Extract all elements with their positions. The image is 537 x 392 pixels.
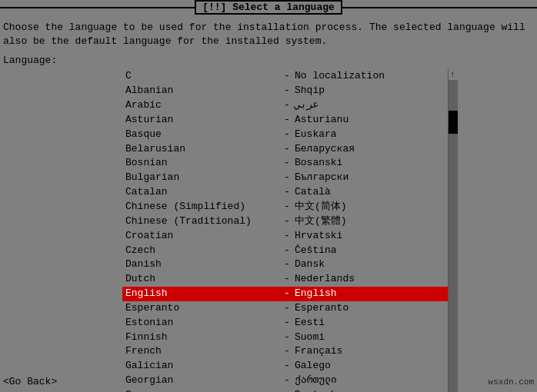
lang-name: Albanian: [125, 84, 279, 98]
list-item[interactable]: C-No localization: [122, 69, 448, 84]
dialog-title: [!!] Select a language: [195, 0, 342, 15]
lang-native: Deutsch: [295, 388, 337, 392]
lang-native: No localization: [295, 69, 385, 84]
lang-dash: -: [279, 344, 295, 359]
lang-name: Finnish: [125, 331, 279, 345]
lang-dash: -: [279, 244, 295, 258]
lang-dash: -: [279, 142, 295, 157]
lang-native: عربي: [295, 98, 319, 113]
lang-native: Català: [295, 185, 331, 200]
lang-name: Galician: [125, 359, 279, 374]
lang-name: Belarusian: [125, 142, 279, 157]
main-container: Choose the language to be used for the i…: [0, 18, 537, 392]
lang-name: French: [125, 344, 279, 359]
lang-name: German: [125, 388, 279, 392]
lang-name: Dutch: [125, 272, 279, 287]
language-label: Language:: [3, 55, 531, 66]
title-line-right: [342, 7, 537, 8]
list-item[interactable]: Dutch-Nederlands: [122, 272, 448, 287]
lang-dash: -: [279, 69, 295, 84]
list-item[interactable]: Czech-Čeština: [122, 244, 448, 258]
lang-name: Chinese (Simplified): [125, 200, 279, 214]
lang-name: Estonian: [125, 316, 279, 331]
lang-dash: -: [279, 185, 295, 200]
lang-native: Asturianu: [295, 113, 349, 128]
list-item[interactable]: Chinese (Simplified)-中文(简体): [122, 200, 448, 214]
lang-native: Euskara: [295, 128, 337, 142]
lang-native: 中文(简体): [295, 200, 347, 214]
lang-name: C: [125, 69, 279, 84]
lang-dash: -: [279, 229, 295, 244]
lang-native: Galego: [295, 359, 331, 374]
list-area: C-No localizationAlbanian-ShqipArabic-عر…: [122, 69, 457, 392]
list-item[interactable]: Arabic-عربي: [122, 98, 448, 113]
title-bar: [!!] Select a language: [0, 0, 537, 15]
list-item[interactable]: Galician-Galego: [122, 359, 448, 374]
lang-name: Danish: [125, 257, 279, 272]
go-back-button[interactable]: <Go Back>: [3, 376, 57, 387]
lang-native: English: [295, 287, 337, 301]
list-item[interactable]: German-Deutsch: [122, 388, 448, 392]
bottom-bar: <Go Back> wsxdn.com: [3, 376, 534, 387]
description: Choose the language to be used for the i…: [3, 21, 531, 48]
list-item[interactable]: Asturian-Asturianu: [122, 113, 448, 128]
lang-dash: -: [279, 84, 295, 98]
lang-native: Shqip: [295, 84, 325, 98]
lang-native: Беларуская: [295, 142, 355, 157]
lang-native: Hrvatski: [295, 229, 342, 244]
list-item[interactable]: Chinese (Traditional)-中文(繁體): [122, 214, 448, 229]
lang-name: Chinese (Traditional): [125, 214, 279, 229]
lang-name: Basque: [125, 128, 279, 142]
lang-dash: -: [279, 301, 295, 316]
list-item[interactable]: Danish-Dansk: [122, 257, 448, 272]
lang-native: Български: [295, 171, 349, 185]
scroll-up-arrow[interactable]: ↑: [449, 69, 458, 80]
lang-dash: -: [279, 272, 295, 287]
list-item[interactable]: Finnish-Suomi: [122, 331, 448, 345]
lang-native: Nederlands: [295, 272, 355, 287]
description-line1: Choose the language to be used for the i…: [3, 21, 531, 35]
list-item[interactable]: Estonian-Eesti: [122, 316, 448, 331]
lang-dash: -: [279, 359, 295, 374]
lang-native: Čeština: [295, 244, 337, 258]
lang-native: Eesti: [295, 316, 325, 331]
scrollbar[interactable]: ↑ ↓: [448, 69, 457, 392]
list-item[interactable]: Belarusian-Беларуская: [122, 142, 448, 157]
lang-dash: -: [279, 171, 295, 185]
lang-name: Asturian: [125, 113, 279, 128]
lang-dash: -: [279, 316, 295, 331]
list-item[interactable]: Croatian-Hrvatski: [122, 229, 448, 244]
lang-dash: -: [279, 287, 295, 301]
language-list[interactable]: C-No localizationAlbanian-ShqipArabic-عر…: [122, 69, 448, 392]
lang-dash: -: [279, 128, 295, 142]
lang-dash: -: [279, 156, 295, 171]
list-item[interactable]: French-Français: [122, 344, 448, 359]
list-item[interactable]: Bulgarian-Български: [122, 171, 448, 185]
lang-dash: -: [279, 331, 295, 345]
watermark: wsxdn.com: [489, 377, 534, 387]
title-line-left: [0, 7, 195, 8]
list-item[interactable]: Basque-Euskara: [122, 128, 448, 142]
lang-native: Esperanto: [295, 301, 349, 316]
lang-dash: -: [279, 113, 295, 128]
list-item[interactable]: Bosnian-Bosanski: [122, 156, 448, 171]
lang-name: Croatian: [125, 229, 279, 244]
lang-dash: -: [279, 214, 295, 229]
lang-name: Arabic: [125, 98, 279, 113]
lang-dash: -: [279, 98, 295, 113]
list-item[interactable]: Albanian-Shqip: [122, 84, 448, 98]
lang-native: Suomi: [295, 331, 325, 345]
lang-dash: -: [279, 388, 295, 392]
lang-dash: -: [279, 257, 295, 272]
list-item[interactable]: Esperanto-Esperanto: [122, 301, 448, 316]
lang-native: 中文(繁體): [295, 214, 347, 229]
list-item[interactable]: English-English: [122, 287, 448, 301]
lang-name: Czech: [125, 244, 279, 258]
lang-native: Dansk: [295, 257, 325, 272]
list-item[interactable]: Catalan-Català: [122, 185, 448, 200]
lang-native: Français: [295, 344, 342, 359]
description-line2: also be the default language for the ins…: [3, 35, 531, 48]
lang-name: Catalan: [125, 185, 279, 200]
scroll-track[interactable]: [449, 80, 458, 391]
scroll-thumb: [449, 111, 458, 134]
